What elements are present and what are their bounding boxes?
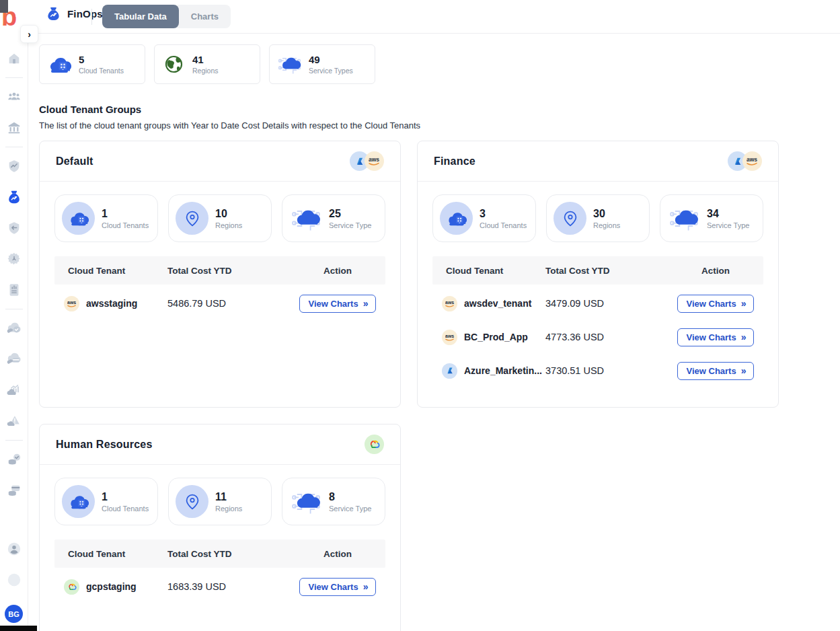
col-header-total-cost: Total Cost YTD [545,266,668,276]
group-title: Finance [434,155,475,168]
database-check-icon [7,452,22,467]
stat-cloud-tenants: 1 Cloud Tenants [54,194,158,242]
sidebar-item-shield-back[interactable] [6,220,22,236]
table-row: awsstaging 5486.79 USD View Charts » [54,289,385,318]
view-charts-button[interactable]: View Charts » [299,295,377,313]
tenant-table: Cloud Tenant Total Cost YTD Action awsde… [432,256,763,385]
col-header-total-cost: Total Cost YTD [167,266,290,276]
summary-card-service-types: 49 Service Types [269,44,375,84]
aws-tenant-icon [64,296,79,311]
sidebar-item-cloud-analytics[interactable] [6,382,22,398]
cloud-chart-icon [7,383,22,398]
topbar-border [28,33,840,34]
stat-service-type: 34 Service Type [660,194,763,242]
table-row: awsdev_tenant 3479.09 USD View Charts » [432,289,763,318]
summary-card-cloud-tenants: 5 Cloud Tenants [39,44,145,84]
table-row: Azure_Marketin... 3730.51 USD View Chart… [432,356,763,385]
stat-label: Service Type [329,221,371,229]
col-header-action: Action [290,266,385,276]
sidebar-item-data-approved[interactable] [6,451,22,468]
sidebar-item-shield-analytics[interactable] [6,158,22,174]
stat-label: Cloud Tenants [102,505,149,513]
top-navbar: b FinOps Tabular Data Charts [0,0,840,34]
tenant-name: Azure_Marketin... [464,365,542,376]
sidebar-item-finops-moneybag[interactable] [6,189,22,205]
table-row: gcpstaging 1683.39 USD View Charts » [54,572,385,601]
location-pin-icon [182,491,203,513]
group-title: Default [56,155,93,168]
stat-label: Regions [593,221,620,229]
tab-tabular-data[interactable]: Tabular Data [102,5,179,28]
stat-service-type: 25 Service Type [282,194,385,242]
view-charts-button[interactable]: View Charts » [677,328,755,346]
report-document-icon [7,283,22,297]
col-header-total-cost: Total Cost YTD [167,549,290,559]
database-card-icon [7,483,22,498]
aws-provider-icon [365,151,384,171]
main-content: 5 Cloud Tenants 41 Regions 49 Service Ty… [28,34,840,631]
cloud-alert-icon [7,414,22,429]
section-description: The list of the cloud tenant groups with… [39,120,840,131]
view-charts-button[interactable]: View Charts » [299,578,377,596]
sidebar-item-organization[interactable] [6,120,22,136]
stat-regions: 10 Regions [168,194,272,242]
cloud-circuit-icon [669,204,699,233]
tenant-cost: 4773.36 USD [545,332,668,342]
stat-value: 10 [215,207,242,221]
sidebar-item-users[interactable] [6,89,22,105]
double-chevron-icon: » [741,365,745,376]
shield-trend-icon [7,159,22,174]
stat-label: Service Type [329,505,371,513]
stat-service-type: 8 Service Type [282,478,385,525]
sidebar-item-cloud-approved[interactable] [6,320,22,336]
sidebar-divider [5,77,23,78]
stat-value: 8 [329,490,371,505]
double-chevron-icon: » [741,298,745,309]
tenant-table: Cloud Tenant Total Cost YTD Action gcpst… [54,540,385,601]
sidebar-item-cloud-alerts[interactable] [6,413,22,429]
view-charts-label: View Charts [687,366,736,376]
sidebar-item-data-billing[interactable] [6,482,22,498]
sidebar-item-logout[interactable] [6,572,22,588]
sidebar-item-settings[interactable] [6,251,22,267]
cloud-circuit-icon [291,487,321,517]
bank-icon [7,120,22,135]
stat-value: 25 [329,207,371,221]
view-tabbar: Tabular Data Charts [102,5,231,28]
group-card-finance: Finance 3 Cloud Tenants [417,141,779,408]
azure-tenant-icon [442,363,457,379]
location-pin-icon [560,208,581,229]
sidebar-item-home[interactable] [6,50,22,67]
stat-value: 3 [480,207,527,221]
double-chevron-icon: » [363,298,367,309]
sidebar-item-cloud-billing[interactable] [6,351,22,367]
view-charts-button[interactable]: View Charts » [677,295,755,313]
stat-cloud-tenants: 1 Cloud Tenants [54,478,158,525]
finops-moneybag-icon [46,6,61,22]
summary-value: 5 [79,54,124,67]
col-header-cloud-tenant: Cloud Tenant [54,266,167,276]
sidebar: BG [0,34,28,631]
stat-label: Regions [215,221,242,229]
screen-corner-artifact [0,0,8,13]
cloud-circuit-icon [278,52,301,76]
topbar-divider [91,9,92,25]
sidebar-item-report[interactable] [6,282,22,298]
shield-back-arrow-icon [7,221,22,235]
tab-charts[interactable]: Charts [179,5,231,28]
tenant-name: gcpstaging [86,581,137,592]
stat-label: Cloud Tenants [480,221,527,229]
sidebar-expand-button[interactable]: › [20,25,38,43]
group-title: Human Resources [56,439,153,451]
section-title: Cloud Tenant Groups [39,104,840,115]
double-chevron-icon: » [363,581,367,592]
provider-badges [728,151,762,171]
sidebar-item-profile[interactable] [6,541,22,557]
view-charts-button[interactable]: View Charts » [677,362,755,380]
group-card-human-resources: Human Resources 1 Cloud Tenants [39,424,401,631]
tenant-cost: 5486.79 USD [167,298,290,309]
finops-dashboard-page: b FinOps Tabular Data Charts › [0,0,840,631]
user-avatar[interactable]: BG [5,605,23,623]
stat-regions: 30 Regions [546,194,650,242]
tenant-cost: 3479.09 USD [545,298,668,309]
